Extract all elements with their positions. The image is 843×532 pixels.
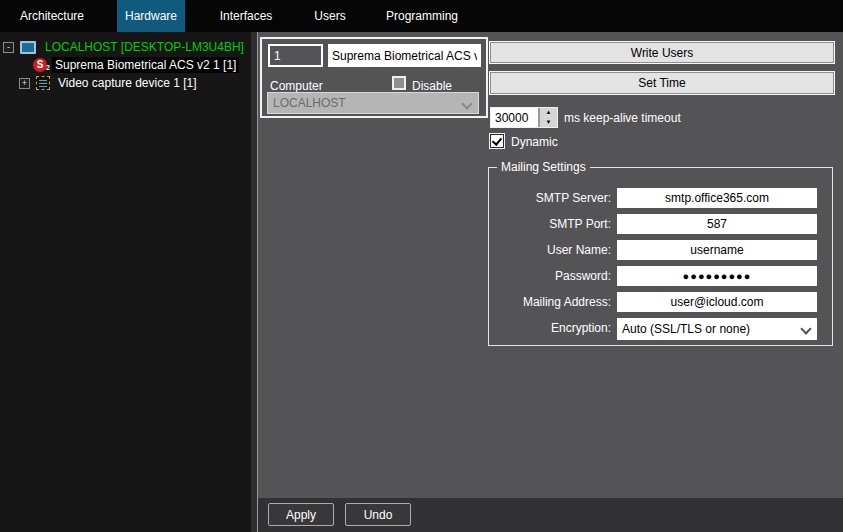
expand-icon[interactable]: + xyxy=(19,78,30,89)
smtp-server-row: SMTP Server: xyxy=(489,188,832,208)
smtp-server-input[interactable] xyxy=(617,188,817,208)
user-name-label: User Name: xyxy=(489,243,611,257)
dynamic-label: Dynamic xyxy=(511,135,558,149)
mailing-settings-group: Mailing Settings SMTP Server: SMTP Port:… xyxy=(488,167,833,346)
keep-alive-input[interactable] xyxy=(491,108,538,127)
mailing-address-row: Mailing Address: xyxy=(489,292,832,312)
keep-alive-spinner: ▲ ▼ xyxy=(490,107,558,128)
mailing-address-label: Mailing Address: xyxy=(489,295,611,309)
tab-architecture[interactable]: Architecture xyxy=(10,0,94,32)
chevron-down-icon xyxy=(463,100,471,108)
computer-select[interactable]: LOCALHOST xyxy=(267,92,479,114)
tree-row-suprema-device[interactable]: S2 Suprema Biometrical ACS v2 1 [1] xyxy=(0,56,251,74)
device-name-input[interactable] xyxy=(328,44,481,67)
encryption-select[interactable]: Auto (SSL/TLS or none) xyxy=(617,318,817,340)
computer-label: Computer xyxy=(270,79,323,93)
tab-programming[interactable]: Programming xyxy=(382,0,462,32)
password-input[interactable] xyxy=(617,266,817,286)
disable-checkbox[interactable] xyxy=(392,76,406,90)
write-users-button[interactable]: Write Users xyxy=(490,42,834,63)
device-id-input[interactable] xyxy=(268,44,323,67)
keep-alive-label: ms keep-alive timeout xyxy=(564,111,681,125)
user-name-input[interactable] xyxy=(617,240,817,260)
tab-hardware[interactable]: Hardware xyxy=(117,0,185,32)
password-row: Password: xyxy=(489,266,832,286)
password-label: Password: xyxy=(489,269,611,283)
tab-interfaces[interactable]: Interfaces xyxy=(208,0,284,32)
smtp-server-label: SMTP Server: xyxy=(489,191,611,205)
tree-row-video-device[interactable]: + Video capture device 1 [1] xyxy=(0,74,251,92)
spinner-down-icon[interactable]: ▼ xyxy=(540,118,557,128)
tab-users[interactable]: Users xyxy=(302,0,358,32)
set-time-button[interactable]: Set Time xyxy=(490,72,834,94)
suprema-device-icon: S2 xyxy=(33,58,47,72)
video-device-icon xyxy=(36,76,50,90)
chevron-down-icon xyxy=(802,325,810,333)
smtp-port-input[interactable] xyxy=(617,214,817,234)
suprema-icon-subscript: 2 xyxy=(46,61,50,75)
hardware-tree: - LOCALHOST [DESKTOP-LM3U4BH] S2 Suprema… xyxy=(0,32,251,532)
tree-label-video-device: Video capture device 1 [1] xyxy=(55,75,200,91)
disable-label: Disable xyxy=(412,79,452,93)
app-window: Architecture Hardware Interfaces Users P… xyxy=(0,0,843,532)
collapse-icon[interactable]: - xyxy=(3,42,14,53)
undo-button[interactable]: Undo xyxy=(345,503,411,526)
user-name-row: User Name: xyxy=(489,240,832,260)
apply-button[interactable]: Apply xyxy=(268,503,334,526)
computer-icon xyxy=(20,41,36,54)
tree-label-suprema-device: Suprema Biometrical ACS v2 1 [1] xyxy=(52,57,239,73)
tree-label-localhost: LOCALHOST [DESKTOP-LM3U4BH] xyxy=(42,39,247,55)
mailing-address-input[interactable] xyxy=(617,292,817,312)
mailing-settings-title: Mailing Settings xyxy=(497,160,590,174)
spinner-up-icon[interactable]: ▲ xyxy=(540,108,557,118)
tree-row-localhost[interactable]: - LOCALHOST [DESKTOP-LM3U4BH] xyxy=(0,38,251,56)
encryption-label: Encryption: xyxy=(489,321,611,335)
device-settings-panel: Computer Disable LOCALHOST Write Users S… xyxy=(257,32,843,532)
footer-bar: Apply Undo xyxy=(258,498,843,532)
dynamic-checkbox[interactable] xyxy=(490,134,504,148)
tab-bar: Architecture Hardware Interfaces Users P… xyxy=(0,0,843,32)
device-identity-box: Computer Disable LOCALHOST xyxy=(260,37,488,118)
encryption-row: Encryption: Auto (SSL/TLS or none) xyxy=(489,318,832,338)
smtp-port-row: SMTP Port: xyxy=(489,214,832,234)
smtp-port-label: SMTP Port: xyxy=(489,217,611,231)
